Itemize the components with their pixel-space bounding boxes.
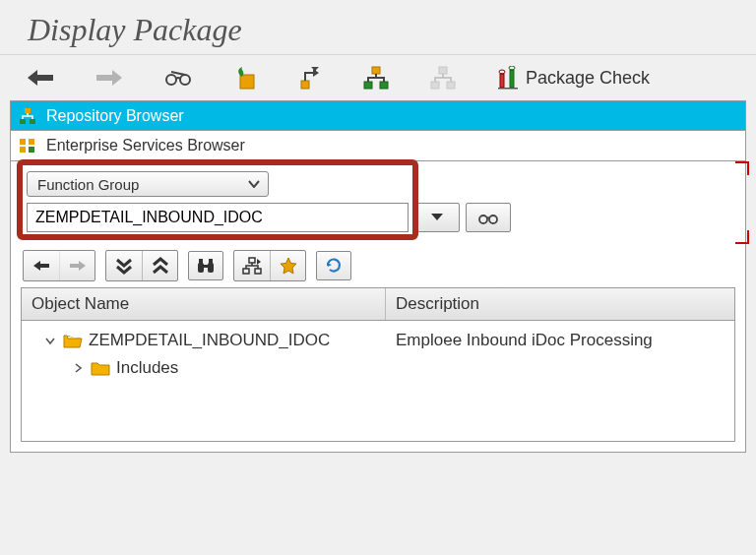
svg-rect-26 <box>209 259 213 264</box>
refresh-icon <box>325 257 343 275</box>
binoculars-icon <box>196 257 216 275</box>
svg-rect-5 <box>364 82 372 89</box>
repository-browser-row[interactable]: Repository Browser <box>11 101 745 131</box>
svg-rect-19 <box>29 147 34 153</box>
svg-rect-6 <box>380 82 388 89</box>
collapse-all-button[interactable] <box>142 251 177 280</box>
tree-row-root[interactable]: ZEMPDETAIL_INBOUND_IDOC Emploee Inbound … <box>22 327 734 354</box>
svg-point-10 <box>499 70 505 74</box>
forward-button[interactable] <box>94 67 124 89</box>
display-button[interactable] <box>466 203 511 232</box>
svg-rect-13 <box>25 108 31 113</box>
svg-rect-4 <box>372 67 380 74</box>
selector-area: Function Group <box>11 161 745 236</box>
history-dropdown-button[interactable] <box>414 203 460 232</box>
repository-browser-label: Repository Browser <box>46 107 184 125</box>
tree-icon <box>19 107 36 125</box>
svg-point-1 <box>180 75 190 85</box>
crop-mark <box>735 230 749 244</box>
expand-toggle[interactable] <box>43 334 57 348</box>
svg-rect-3 <box>301 81 309 89</box>
svg-point-0 <box>166 75 176 85</box>
svg-rect-15 <box>30 119 35 124</box>
tree-row-child[interactable]: Includes <box>22 354 734 382</box>
svg-rect-8 <box>431 82 439 89</box>
folder-open-icon <box>63 333 83 348</box>
hierarchy-icon[interactable] <box>362 66 390 90</box>
top-toolbar: Package Check <box>0 59 756 100</box>
node-description: Emploee Inbound iDoc Processing <box>396 331 724 350</box>
enterprise-browser-row[interactable]: Enterprise Services Browser <box>11 131 745 160</box>
tree-display-button[interactable] <box>234 251 270 280</box>
svg-point-20 <box>479 216 487 223</box>
table-header: Object Name Description <box>22 288 734 321</box>
star-icon <box>280 257 297 275</box>
expand-all-button[interactable] <box>106 251 142 280</box>
work-panel: Function Group <box>10 161 746 453</box>
enterprise-browser-label: Enterprise Services Browser <box>46 137 245 154</box>
tree-nav-icon <box>242 257 262 275</box>
package-check-label: Package Check <box>526 68 650 89</box>
svg-rect-2 <box>240 75 254 89</box>
glasses-icon <box>476 210 500 225</box>
favorites-button[interactable] <box>270 251 305 280</box>
nav-forward-button[interactable] <box>59 251 94 280</box>
divider <box>0 54 756 55</box>
svg-rect-25 <box>199 259 203 264</box>
glasses-icon[interactable] <box>163 68 193 88</box>
combo-label: Function Group <box>37 176 139 193</box>
svg-rect-9 <box>447 82 455 89</box>
svg-rect-16 <box>20 139 26 145</box>
svg-point-11 <box>509 66 515 70</box>
nav-back-button[interactable] <box>24 251 59 280</box>
back-button[interactable] <box>26 67 55 89</box>
svg-point-21 <box>489 216 497 223</box>
tree-toolbar <box>23 250 735 281</box>
svg-rect-18 <box>20 147 26 153</box>
svg-rect-27 <box>249 258 255 263</box>
svg-rect-17 <box>29 139 34 145</box>
object-type-combo[interactable]: Function Group <box>27 171 269 197</box>
svg-rect-29 <box>255 269 261 274</box>
hierarchy-gray-icon[interactable] <box>429 66 457 90</box>
svg-rect-14 <box>20 119 26 124</box>
chevron-down-icon <box>248 180 260 188</box>
col-object-name[interactable]: Object Name <box>22 288 386 320</box>
col-description[interactable]: Description <box>386 288 734 320</box>
package-check-button[interactable]: Package Check <box>496 66 650 90</box>
svg-rect-24 <box>203 265 209 268</box>
svg-rect-28 <box>243 269 249 274</box>
refresh-button[interactable] <box>316 251 351 280</box>
svg-rect-7 <box>439 67 447 74</box>
folder-icon <box>91 360 110 376</box>
page-title: Display Package <box>28 12 756 48</box>
object-name-input[interactable] <box>27 203 409 232</box>
activate-icon[interactable] <box>232 65 258 91</box>
expand-toggle[interactable] <box>71 361 85 376</box>
find-button[interactable] <box>188 251 223 280</box>
object-tree: Object Name Description ZEMPDETAIL_INBOU… <box>21 287 735 442</box>
browser-panel: Repository Browser Enterprise Services B… <box>10 100 746 161</box>
node-label: Includes <box>116 358 178 378</box>
chevron-down-icon <box>430 213 444 222</box>
app-grid-icon <box>19 137 36 154</box>
svg-rect-12 <box>498 88 518 90</box>
node-label: ZEMPDETAIL_INBOUND_IDOC <box>89 331 330 350</box>
where-used-icon[interactable] <box>297 65 323 91</box>
